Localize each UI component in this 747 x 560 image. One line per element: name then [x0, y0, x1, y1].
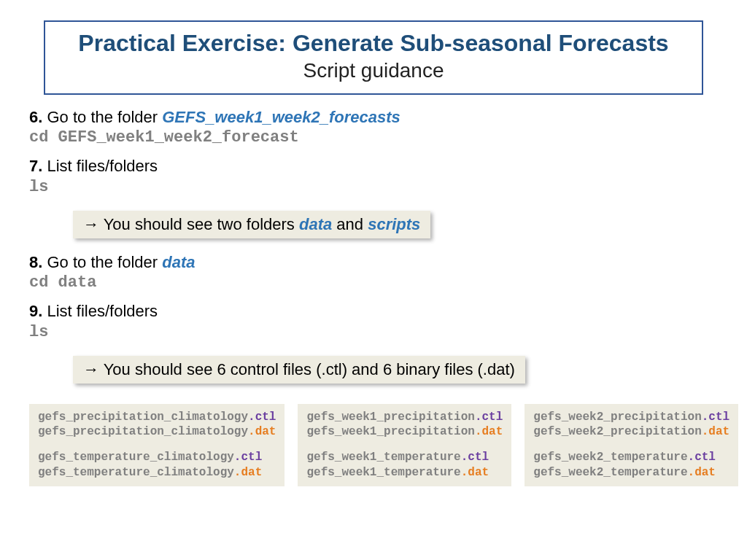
file-columns: gefs_precipitation_climatology.ctl gefs_… — [29, 404, 718, 486]
step-num: 9. — [29, 302, 42, 320]
file-line: gefs_temperature_climatology.dat — [38, 465, 276, 481]
file-base: gefs_precipitation_climatology — [38, 425, 248, 438]
file-base: gefs_week1_precipitation — [306, 425, 474, 438]
file-line: gefs_week1_temperature.dat — [306, 465, 503, 481]
arrow-icon: → — [83, 360, 99, 378]
file-ext: .ctl — [688, 451, 716, 464]
slide: Practical Exercise: Generate Sub-seasona… — [0, 0, 747, 486]
folder-name: data — [162, 253, 195, 271]
file-ext: .dat — [461, 466, 489, 479]
file-base: gefs_precipitation_climatology — [38, 411, 248, 424]
title-sub: Script guidance — [60, 58, 687, 83]
file-base: gefs_week1_temperature — [306, 451, 460, 464]
file-base: gefs_week2_precipitation — [533, 425, 701, 438]
file-box-week2: gefs_week2_precipitation.ctl gefs_week2_… — [525, 404, 738, 486]
file-base: gefs_week2_precipitation — [533, 411, 701, 424]
note-text: and — [332, 215, 368, 233]
spacer — [38, 440, 276, 450]
file-ext: .ctl — [475, 411, 503, 424]
step-text: Go to the folder — [42, 108, 162, 126]
step-text: List files/folders — [42, 157, 158, 175]
file-base: gefs_week1_precipitation — [306, 411, 474, 424]
file-ext: .ctl — [248, 411, 276, 424]
note-box-files: → You should see 6 control files (.ctl) … — [73, 356, 525, 384]
step-text: List files/folders — [42, 302, 158, 320]
step-num: 8. — [29, 253, 42, 271]
file-ext: .ctl — [702, 411, 729, 424]
step-num: 7. — [29, 157, 42, 175]
file-line: gefs_week1_precipitation.dat — [306, 424, 503, 440]
file-line: gefs_week1_precipitation.ctl — [306, 410, 503, 425]
file-line: gefs_week1_temperature.ctl — [306, 450, 503, 465]
file-ext: .dat — [702, 425, 729, 438]
file-base: gefs_temperature_climatology — [38, 466, 234, 479]
file-ext: .dat — [688, 466, 716, 479]
file-line: gefs_week2_precipitation.dat — [533, 424, 729, 440]
arrow-icon: → — [83, 215, 99, 233]
step-9: 9. List files/folders — [29, 302, 718, 321]
folder-data: data — [299, 215, 332, 233]
step-6: 6. Go to the folder GEFS_week1_week2_for… — [29, 108, 718, 127]
file-ext: .ctl — [234, 451, 262, 464]
file-box-week1: gefs_week1_precipitation.ctl gefs_week1_… — [298, 404, 511, 486]
file-line: gefs_precipitation_climatology.dat — [38, 424, 276, 440]
command-cd-data: cd data — [29, 273, 718, 292]
step-num: 6. — [29, 108, 42, 126]
file-line: gefs_week2_precipitation.ctl — [533, 410, 729, 425]
file-base: gefs_week1_temperature — [306, 466, 460, 479]
note-text: You should see 6 control files (.ctl) an… — [99, 360, 515, 378]
folder-scripts: scripts — [368, 215, 420, 233]
command-ls: ls — [29, 178, 718, 196]
file-base: gefs_week2_temperature — [533, 451, 687, 464]
file-ext: .dat — [234, 466, 262, 479]
file-box-climatology: gefs_precipitation_climatology.ctl gefs_… — [29, 404, 285, 486]
file-base: gefs_temperature_climatology — [38, 451, 234, 464]
file-ext: .ctl — [461, 451, 489, 464]
command-cd-gefs: cd GEFS_week1_week2_forecast — [29, 128, 718, 147]
command-ls: ls — [29, 323, 718, 341]
file-line: gefs_week2_temperature.ctl — [533, 450, 729, 465]
file-line: gefs_temperature_climatology.ctl — [38, 450, 276, 465]
spacer — [533, 440, 729, 450]
note-box-folders: → You should see two folders data and sc… — [73, 211, 430, 238]
note-text: You should see two folders — [99, 215, 299, 233]
step-7: 7. List files/folders — [29, 157, 718, 176]
folder-name: GEFS_week1_week2_forecasts — [162, 108, 400, 126]
file-base: gefs_week2_temperature — [533, 466, 687, 479]
file-line: gefs_precipitation_climatology.ctl — [38, 410, 276, 425]
title-main: Practical Exercise: Generate Sub-seasona… — [60, 29, 687, 57]
file-ext: .dat — [248, 425, 276, 438]
spacer — [306, 440, 503, 450]
step-8: 8. Go to the folder data — [29, 253, 718, 272]
file-line: gefs_week2_temperature.dat — [533, 465, 729, 481]
step-text: Go to the folder — [42, 253, 162, 271]
title-box: Practical Exercise: Generate Sub-seasona… — [44, 20, 703, 95]
file-ext: .dat — [475, 425, 503, 438]
